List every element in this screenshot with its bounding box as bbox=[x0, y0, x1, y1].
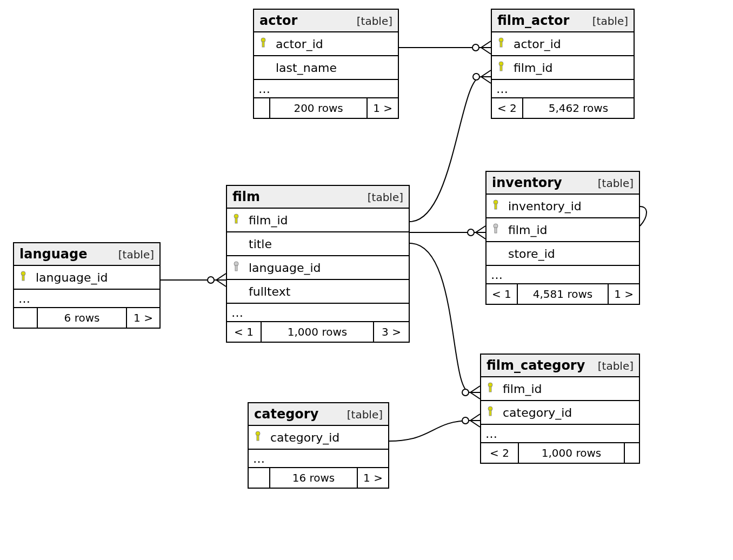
svg-point-10 bbox=[473, 74, 479, 80]
key-icon bbox=[487, 382, 503, 395]
row-count: 16 rows bbox=[270, 468, 358, 488]
column-row: actor_id bbox=[492, 32, 634, 56]
svg-line-25 bbox=[470, 421, 480, 427]
column-row: category_id bbox=[249, 426, 388, 450]
svg-rect-45 bbox=[489, 410, 491, 416]
table-type-label: [table] bbox=[368, 191, 403, 204]
svg-rect-41 bbox=[495, 228, 497, 233]
column-row: film_id bbox=[481, 377, 639, 401]
table-type-label: [table] bbox=[118, 248, 154, 261]
footer-out bbox=[625, 443, 639, 463]
svg-rect-35 bbox=[235, 218, 237, 223]
ellipsis-row: … bbox=[481, 425, 639, 443]
svg-rect-33 bbox=[22, 275, 24, 281]
svg-rect-37 bbox=[235, 265, 237, 271]
table-name: category bbox=[254, 406, 318, 422]
column-name: last_name bbox=[276, 61, 337, 75]
svg-line-17 bbox=[476, 232, 485, 239]
table-name: film_actor bbox=[497, 13, 569, 28]
ellipsis-row: … bbox=[14, 290, 159, 308]
footer-in bbox=[254, 98, 270, 118]
table-footer: < 1 4,581 rows 1 > bbox=[487, 284, 639, 304]
table-header: film_actor [table] bbox=[492, 10, 634, 32]
svg-point-1 bbox=[208, 277, 214, 283]
column-row: language_id bbox=[227, 256, 409, 280]
svg-rect-43 bbox=[489, 386, 491, 392]
key-icon bbox=[19, 271, 36, 284]
table-type-label: [table] bbox=[598, 177, 634, 190]
key-icon bbox=[232, 214, 249, 226]
table-header: category [table] bbox=[249, 403, 388, 426]
ellipsis-row: … bbox=[487, 266, 639, 284]
key-icon bbox=[497, 37, 514, 50]
table-name: actor bbox=[259, 13, 297, 28]
table-footer: < 1 1,000 rows 3 > bbox=[227, 322, 409, 342]
svg-line-19 bbox=[470, 386, 480, 392]
row-count: 1,000 rows bbox=[519, 443, 625, 463]
svg-rect-47 bbox=[257, 435, 259, 441]
key-icon bbox=[487, 406, 503, 419]
footer-in: < 1 bbox=[227, 322, 262, 342]
table-inventory: inventory [table] inventory_id film_id s… bbox=[485, 171, 640, 305]
table-type-label: [table] bbox=[347, 408, 383, 421]
column-name: fulltext bbox=[249, 285, 290, 298]
column-name: language_id bbox=[249, 261, 321, 275]
footer-in bbox=[249, 468, 270, 488]
column-row: title bbox=[227, 232, 409, 256]
key-icon bbox=[492, 223, 508, 236]
column-name: store_id bbox=[508, 247, 555, 261]
footer-out: 1 > bbox=[368, 98, 398, 118]
footer-out: 1 > bbox=[358, 468, 388, 488]
column-row: store_id bbox=[487, 242, 639, 266]
table-header: actor [table] bbox=[254, 10, 398, 32]
footer-in: < 2 bbox=[492, 98, 523, 118]
key-icon bbox=[259, 37, 276, 50]
footer-in: < 2 bbox=[481, 443, 519, 463]
svg-line-21 bbox=[470, 392, 480, 399]
svg-point-14 bbox=[468, 229, 474, 236]
key-icon bbox=[232, 261, 249, 274]
footer-out: 1 > bbox=[609, 284, 639, 304]
svg-rect-31 bbox=[500, 65, 502, 71]
column-name: language_id bbox=[36, 271, 108, 284]
svg-line-2 bbox=[216, 274, 226, 280]
table-footer: 16 rows 1 > bbox=[249, 468, 388, 488]
column-name: actor_id bbox=[276, 37, 323, 51]
row-count: 4,581 rows bbox=[518, 284, 609, 304]
table-name: film bbox=[232, 189, 260, 204]
ellipsis-row: … bbox=[227, 304, 409, 322]
svg-rect-29 bbox=[500, 42, 502, 47]
table-type-label: [table] bbox=[357, 15, 392, 28]
table-footer: < 2 1,000 rows bbox=[481, 443, 639, 463]
svg-rect-27 bbox=[262, 42, 264, 47]
table-footer: 6 rows 1 > bbox=[14, 308, 159, 328]
column-name: title bbox=[249, 237, 272, 251]
table-header: film [table] bbox=[227, 186, 409, 209]
table-name: inventory bbox=[492, 175, 562, 190]
svg-line-15 bbox=[476, 226, 485, 232]
row-count: 200 rows bbox=[270, 98, 368, 118]
row-count: 5,462 rows bbox=[523, 98, 634, 118]
footer-in: < 1 bbox=[487, 284, 518, 304]
table-header: language [table] bbox=[14, 243, 159, 266]
column-row: category_id bbox=[481, 401, 639, 425]
table-footer: 200 rows 1 > bbox=[254, 98, 398, 118]
key-icon bbox=[492, 199, 508, 212]
svg-line-9 bbox=[481, 48, 491, 54]
column-name: film_id bbox=[249, 214, 288, 227]
column-row: actor_id bbox=[254, 32, 398, 56]
table-header: film_category [table] bbox=[481, 355, 639, 377]
footer-in bbox=[14, 308, 38, 328]
table-footer: < 2 5,462 rows bbox=[492, 98, 634, 118]
svg-point-18 bbox=[462, 389, 469, 396]
ellipsis-row: … bbox=[249, 450, 388, 468]
table-film: film [table] film_id title language_id f… bbox=[226, 185, 410, 343]
svg-point-22 bbox=[462, 417, 469, 424]
key-icon bbox=[254, 431, 270, 444]
key-icon bbox=[497, 61, 514, 74]
table-header: inventory [table] bbox=[487, 172, 639, 195]
svg-line-13 bbox=[481, 77, 491, 83]
svg-line-11 bbox=[481, 70, 491, 77]
table-type-label: [table] bbox=[598, 359, 634, 372]
table-actor: actor [table] actor_id last_name … 200 r… bbox=[253, 9, 399, 119]
